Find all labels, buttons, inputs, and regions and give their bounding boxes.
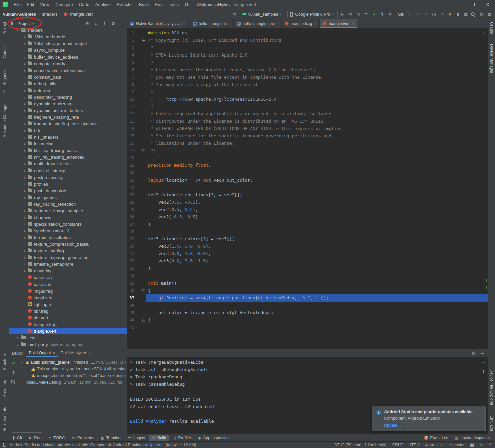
history-icon[interactable]: ◷ (431, 11, 437, 17)
chevron-icon[interactable] (23, 102, 26, 106)
close-tab-icon[interactable] (88, 351, 91, 355)
code-line-34[interactable]: 34 (127, 272, 488, 279)
profile-icon[interactable]: ≡ (364, 11, 369, 17)
stripe-button-pull-requests[interactable]: Pull Requests (2, 69, 7, 93)
code-line-23[interactable]: 23vec2 triangle_positions[3] = vec2[]( (127, 191, 488, 199)
code-line-35[interactable]: 35void main() (127, 279, 488, 287)
tree-item-push-descriptors[interactable]: push_descriptors (9, 187, 127, 194)
tab-build-analyzer[interactable]: Build Analyzer (58, 349, 93, 357)
build-tree-item[interactable]: This version only understands SDK XML ve… (18, 366, 127, 372)
chevron-icon[interactable] (23, 155, 26, 159)
run-configuration-select[interactable]: vulkan_samples (240, 11, 286, 18)
menu-code[interactable]: Code (76, 2, 92, 7)
line-number[interactable]: 16 (127, 140, 134, 147)
attach-debugger-icon[interactable]: ↯ (380, 11, 385, 17)
code-line-24[interactable]: 24 vec2(0.5, -0.5), (127, 199, 488, 206)
line-number[interactable]: 10 (127, 96, 134, 103)
chevron-icon[interactable] (23, 262, 26, 266)
tree-item-16bit-arithmetic[interactable]: 16bit_arithmetic (9, 33, 127, 40)
hide-panel-icon[interactable]: – (480, 350, 485, 356)
settings-gear-icon[interactable]: ⚙ (479, 11, 484, 17)
stripe-button-project[interactable]: Project (2, 22, 7, 34)
line-number[interactable]: 39 (127, 309, 134, 316)
code-line-3[interactable]: 3 * (127, 44, 488, 51)
tab-hello-triangle-h[interactable]: hello_triangle.h (190, 19, 233, 28)
commit-icon[interactable]: ✓ (415, 11, 421, 17)
tree-item-16bit-storage-input-output[interactable]: 16bit_storage_input_output (9, 40, 127, 47)
code-line-10[interactable]: 10 * http://www.apache.org/licenses/LICE… (127, 96, 488, 103)
line-number[interactable]: 15 (127, 132, 134, 140)
tree-item-dynamic-uniform-buffers[interactable]: dynamic_uniform_buffers (9, 107, 127, 114)
tree-item-separate-image-sampler[interactable]: separate_image_sampler (9, 207, 127, 214)
tree-item-async-compute[interactable]: async_compute (9, 47, 127, 53)
project-view-dropdown[interactable]: Project (17, 21, 31, 26)
code-line-27[interactable]: 27); (127, 221, 488, 228)
tree-item-postprocessing[interactable]: postprocessing (9, 174, 127, 181)
comment-link[interactable]: http://www.apache.org/licenses/LICENSE-2… (166, 97, 276, 102)
tree-item-deferred[interactable]: deferred (9, 87, 127, 94)
breadcrumb-file[interactable]: triangle.vert (70, 12, 93, 17)
maximize-button[interactable] (466, 0, 480, 9)
tree-item-base-frag[interactable]: base.frag (9, 274, 127, 281)
code-line-15[interactable]: 15 * See the License for the specific la… (127, 132, 488, 140)
close-button[interactable] (480, 0, 495, 9)
chevron-icon[interactable] (23, 142, 26, 146)
code-line-11[interactable]: 11 * (127, 103, 488, 110)
hide-panel-icon[interactable]: – (119, 21, 125, 27)
tree-item-texture-loading[interactable]: texture_loading (9, 247, 127, 254)
chevron-icon[interactable] (23, 48, 26, 52)
expand-all-icon[interactable]: ↧ (93, 21, 99, 27)
code-line-9[interactable]: 9 * (127, 88, 488, 96)
tool-button-problems[interactable]: ⊘Problems (69, 435, 97, 441)
stripe-button-emulator[interactable]: Emulator (489, 415, 494, 431)
caret-position-widget[interactable]: 37:12 (70 chars, 1 line break) (335, 443, 387, 447)
settings-gear-icon[interactable]: ⚙ (110, 21, 116, 27)
code-line-7[interactable]: 7 * you may not use this file except in … (127, 74, 488, 81)
line-number[interactable]: 36 (127, 287, 134, 294)
stripe-button-structure[interactable]: Structure (2, 354, 7, 370)
line-number[interactable]: 25 (127, 206, 134, 213)
fold-icon[interactable] (142, 149, 145, 152)
breadcrumb-folder[interactable]: shaders (42, 12, 57, 17)
chevron-icon[interactable] (16, 28, 20, 32)
search-icon[interactable] (471, 12, 476, 17)
update-project-icon[interactable]: ↓ (407, 11, 413, 17)
code-line-8[interactable]: 8 * You may obtain a copy of the License… (127, 81, 488, 88)
code-line-13[interactable]: 13 * distributed under the License is di… (127, 118, 488, 125)
chevron-icon[interactable] (23, 162, 26, 166)
line-number[interactable]: 20 (127, 169, 134, 177)
status-update-link[interactable]: Update... (148, 443, 165, 447)
code-line-26[interactable]: 26 vec2(-0.5, 0.5) (127, 213, 488, 221)
tree-item-shadows[interactable]: shadows (9, 214, 127, 221)
build-tree-item[interactable]: unexpected element (uri:"", local:"base-… (18, 372, 127, 379)
line-number[interactable]: 29 (127, 235, 134, 243)
scroll-to-end-icon[interactable]: ↧ (481, 368, 486, 374)
line-number[interactable]: 4 (127, 51, 134, 59)
code-line-19[interactable]: 19precision mediump float; (127, 162, 488, 169)
code-line-33[interactable]: 33); (127, 265, 488, 272)
breadcrumb-project[interactable]: Vulkan-Samples (3, 12, 36, 17)
tool-button-profiler[interactable]: ◷Profiler (170, 435, 194, 441)
code-line-21[interactable]: 21layout(location = 0) out vec3 out_colo… (127, 177, 488, 184)
line-number[interactable]: 23 (127, 191, 134, 199)
chevron-icon[interactable] (23, 255, 26, 260)
chevron-icon[interactable] (23, 169, 26, 173)
tree-item-ray-tracing-reflection[interactable]: ray_tracing_reflection (9, 201, 127, 207)
tree-item-open-cl-interop[interactable]: open_cl_interop (9, 167, 127, 174)
menu-tools[interactable]: Tools (166, 2, 182, 7)
build-hammer-icon[interactable]: ⚒ (232, 11, 238, 17)
tree-item-specialization-constants[interactable]: specialization_constants (9, 221, 127, 227)
chevron-icon[interactable] (23, 269, 26, 273)
code-line-28[interactable]: 28 (127, 228, 488, 235)
close-tab-icon[interactable] (314, 21, 316, 26)
chevron-icon[interactable] (23, 41, 26, 46)
tree-item-khr-ray-tracing-extended[interactable]: khr_ray_tracing_extended (9, 154, 127, 160)
code-line-5[interactable]: 5 * (127, 59, 488, 66)
line-number[interactable]: 27 (127, 221, 134, 228)
close-tab-icon[interactable] (184, 21, 186, 26)
line-number[interactable]: 14 (127, 125, 134, 132)
tab-triangle-vert[interactable]: triangle.vert (320, 19, 357, 28)
line-number[interactable]: 1 (127, 29, 134, 37)
tree-item-fragment-shading-rate-dynamic[interactable]: fragment_shading_rate_dynamic (9, 120, 127, 127)
tool-button-layout-inspector[interactable]: ▦Layout Inspector (452, 435, 492, 441)
